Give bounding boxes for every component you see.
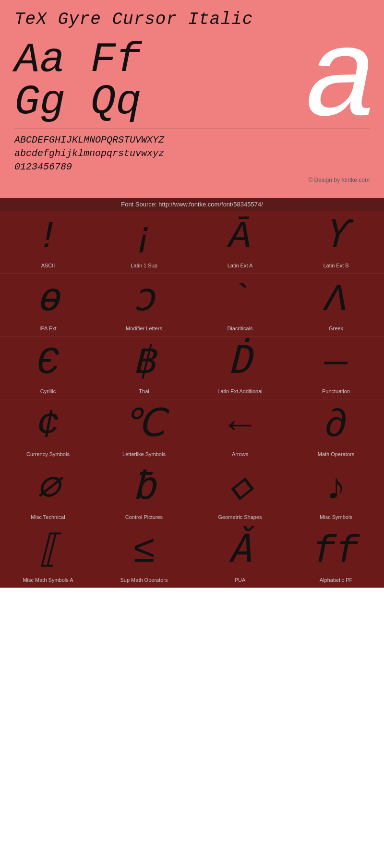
grid-cell-5-2: ǍPUA [192,525,288,588]
grid-row-4: ∅Misc TechnicalƀControl Pictures◇Geometr… [0,462,384,525]
cell-label-0-0: ASCII [41,263,55,269]
cell-symbol-5-2: Ǎ [228,530,252,573]
cell-label-5-1: Sup Math Operators [120,577,168,584]
cell-label-2-2: Latin Ext Additional [217,388,263,395]
cell-label-4-1: Control Pictures [125,514,163,521]
grid-row-3: ¢Currency Symbols℃Letterlike Symbols←Arr… [0,399,384,462]
cell-symbol-2-0: Є [36,341,60,385]
grid-row-0: !ASCII¡Latin 1 SupĀLatin Ext AƳLatin Ext… [0,211,384,273]
cell-symbol-4-2: ◇ [228,467,252,510]
cell-label-3-3: Math Operators [318,451,354,458]
grid-cell-0-0: !ASCII [0,211,96,273]
cell-label-5-3: Alphabetic PF [320,577,352,584]
cell-symbol-2-2: Ḋ [228,341,252,385]
cell-label-2-0: Cyrillic [40,388,56,395]
grid-cell-4-3: ♪Misc Symbols [288,462,384,525]
cell-label-1-0: IPA Ext [39,326,56,332]
grid-cell-5-3: ffAlphabetic PF [288,525,384,588]
cell-label-3-0: Currency Symbols [26,451,70,458]
cell-label-2-1: Thai [139,388,149,395]
specimen-area: Aa Ff Gg Qq a [14,39,370,123]
cell-label-1-1: Modifier Letters [126,326,162,332]
grid-cell-1-2: `Diacriticals [192,274,288,336]
grid-row-1: ɵIPA ExtɔModifier Letters`DiacriticalsΛG… [0,274,384,336]
cell-symbol-2-1: ฿ [132,341,156,385]
grid-cell-0-1: ¡Latin 1 Sup [96,211,192,273]
cell-symbol-1-2: ` [228,278,252,322]
grid-cell-1-1: ɔModifier Letters [96,274,192,336]
grid-cell-3-2: ←Arrows [192,399,288,462]
cell-label-3-1: Letterlike Symbols [122,451,166,458]
cell-label-2-3: Punctuation [322,388,350,395]
grid-cell-4-0: ∅Misc Technical [0,462,96,525]
cell-symbol-3-0: ¢ [36,404,60,447]
grid-cell-0-2: ĀLatin Ext A [192,211,288,273]
cell-symbol-5-0: ⟦ [36,530,60,573]
cell-symbol-0-1: ¡ [132,216,156,259]
cell-label-0-3: Latin Ext B [323,263,348,269]
grid-cell-2-2: ḊLatin Ext Additional [192,337,288,399]
cell-symbol-3-2: ← [228,404,252,447]
grid-cell-3-1: ℃Letterlike Symbols [96,399,192,462]
grid-cell-3-0: ¢Currency Symbols [0,399,96,462]
grid-section: !ASCII¡Latin 1 SupĀLatin Ext AƳLatin Ext… [0,211,384,588]
grid-cell-2-0: ЄCyrillic [0,337,96,399]
cell-symbol-0-2: Ā [228,216,252,259]
grid-cell-5-1: ≤Sup Math Operators [96,525,192,588]
cell-symbol-0-0: ! [36,216,60,259]
grid-cell-5-0: ⟦Misc Math Symbols A [0,525,96,588]
cell-label-5-0: Misc Math Symbols A [23,577,73,584]
source-bar: Font Source: http://www.fontke.com/font/… [0,198,384,211]
cell-symbol-1-3: Λ [324,278,348,322]
cell-symbol-1-0: ɵ [36,278,60,322]
grid-cell-4-2: ◇Geometric Shapes [192,462,288,525]
top-section: TeX Gyre Cursor Italic Aa Ff Gg Qq a ABC… [0,0,384,198]
cell-symbol-4-1: ƀ [132,467,156,510]
cell-symbol-5-3: ff [313,530,359,573]
cell-symbol-3-3: ∂ [324,404,348,447]
grid-row-2: ЄCyrillic฿ThaiḊLatin Ext Additional—Punc… [0,337,384,399]
cell-label-4-0: Misc Technical [31,514,65,521]
cell-symbol-2-3: — [324,341,348,385]
grid-cell-2-1: ฿Thai [96,337,192,399]
copyright: © Design by fontke.com [14,177,370,183]
cell-symbol-4-3: ♪ [324,467,348,510]
grid-cell-1-3: ΛGreek [288,274,384,336]
cell-symbol-1-1: ɔ [132,278,156,322]
cell-label-5-2: PUA [235,577,246,584]
cell-label-1-3: Greek [329,326,343,332]
cell-label-4-2: Geometric Shapes [218,514,262,521]
cell-symbol-4-0: ∅ [36,467,60,510]
cell-label-3-2: Arrows [232,451,248,458]
grid-cell-2-3: —Punctuation [288,337,384,399]
cell-symbol-5-1: ≤ [132,530,156,573]
cell-label-0-1: Latin 1 Sup [131,263,157,269]
cell-symbol-0-3: Ƴ [324,216,348,259]
grid-cell-3-3: ∂Math Operators [288,399,384,462]
digits: 0123456789 [14,160,370,174]
grid-cell-1-0: ɵIPA Ext [0,274,96,336]
cell-label-4-3: Misc Symbols [320,514,352,521]
grid-row-5: ⟦Misc Math Symbols A≤Sup Math OperatorsǍ… [0,525,384,588]
cell-label-1-2: Diacriticals [227,326,252,332]
grid-cell-0-3: ƳLatin Ext B [288,211,384,273]
specimen-big-a: a [304,29,379,135]
cell-symbol-3-1: ℃ [122,404,166,447]
grid-cell-4-1: ƀControl Pictures [96,462,192,525]
cell-label-0-2: Latin Ext A [228,263,253,269]
